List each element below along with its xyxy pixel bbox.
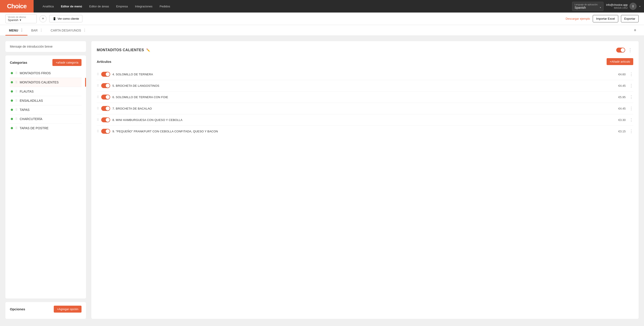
toggle-slider [101, 117, 110, 122]
section-title-row: MONTADITOS CALIENTES ✏️ [97, 48, 150, 52]
category-item[interactable]: ⠿ ENSALADILLAS [10, 96, 82, 105]
section-menu-dots-icon[interactable]: ⋮ [627, 46, 633, 54]
drag-handle-icon: ⠿ [15, 90, 18, 93]
nav-areas-editor[interactable]: Editor de áreas [86, 0, 113, 12]
article-price: €3.15 [618, 130, 626, 133]
toolbar: Versión de idioma: Spanish ▾ + 📱 Ver com… [0, 12, 644, 25]
article-item: ⠿ 7. BROCHETA DE BACALAO €4.45 ⋮ [97, 103, 633, 114]
article-price: €4.60 [618, 73, 626, 76]
options-title: Opciones [10, 307, 25, 311]
left-panel: Mensaje de introducción breve Categorias… [5, 41, 86, 319]
drag-handle-icon: ⠿ [97, 118, 99, 122]
options-card: Opciones +Agregar opción [5, 302, 86, 319]
category-name: TAPAS DE POSTRE [20, 126, 80, 130]
category-name: MONTADITOS CALIENTES [20, 80, 80, 84]
article-menu-dots-icon[interactable]: ⋮ [629, 72, 633, 77]
category-item[interactable]: ⠿ MONTADITOS FRIOS [10, 69, 82, 78]
article-name: 4. SOLOMILLO DE TERNERA [112, 73, 616, 76]
export-button[interactable]: Exportar [621, 15, 639, 22]
tab-carta-desayunos[interactable]: CARTA DESAYUNOS ⋮ [47, 25, 90, 35]
section-toggle[interactable] [616, 48, 625, 53]
tab-desayunos-dots-icon[interactable]: ⋮ [82, 28, 87, 32]
article-name: 8. MINI HAMBURGUESA CON QUESO Y CEBOLLA [112, 118, 616, 122]
nav-orders[interactable]: Pedidos [156, 0, 174, 12]
user-menu-chevron-icon[interactable]: ▾ [639, 5, 640, 7]
article-menu-dots-icon[interactable]: ⋮ [629, 83, 633, 88]
options-header: Opciones +Agregar opción [10, 306, 82, 313]
tab-menu-dots-icon[interactable]: ⋮ [20, 28, 24, 32]
intro-label: Mensaje de introducción breve [10, 45, 52, 48]
add-option-button[interactable]: +Agregar opción [54, 306, 82, 313]
category-item[interactable]: ⠿ FLAUTAS [10, 87, 82, 96]
article-price: €4.45 [618, 84, 626, 87]
article-item: ⠿ 5. BROCHETA DE LANGOSTINOS €4.45 ⋮ [97, 80, 633, 91]
preview-button[interactable]: 📱 Ver como cliente [49, 15, 82, 22]
article-toggle-4[interactable] [101, 117, 110, 122]
articles-header: Artículos +Añadir artículo [97, 58, 633, 65]
drag-handle-icon: ⠿ [15, 108, 18, 112]
top-navigation: Choice Analítica Editor de menú Editor d… [0, 0, 644, 12]
version-label: Versión de idioma: [8, 16, 34, 18]
tab-bar[interactable]: BAR ⋮ [28, 25, 47, 35]
section-toggle-area: ⋮ [616, 46, 633, 54]
article-menu-dots-icon[interactable]: ⋮ [629, 117, 633, 122]
article-item: ⠿ 9. "PEQUEÑO" FRANKFURT CON CEBOLLA CON… [97, 126, 633, 137]
category-item[interactable]: ⠿ TAPAS [10, 105, 82, 115]
add-language-button[interactable]: + [40, 15, 46, 22]
user-email: info@chooice.app [606, 3, 628, 6]
tab-menu[interactable]: MENU ⋮ [5, 25, 28, 35]
add-tab-button[interactable]: + [632, 25, 639, 35]
category-name: ENSALADILLAS [20, 99, 80, 102]
user-info: info@chooice.app MASIA 1952 I ▾ [606, 3, 640, 10]
categories-card: Categorias +añadir categoría ⠿ MONTADITO… [5, 55, 86, 299]
article-menu-dots-icon[interactable]: ⋮ [629, 106, 633, 111]
version-value: Spanish ▾ [8, 18, 34, 22]
brand-logo: Choice [0, 0, 34, 12]
drag-handle-icon: ⠿ [97, 84, 99, 87]
article-price: €3.30 [618, 118, 626, 122]
nav-company[interactable]: Empresa [113, 0, 132, 12]
article-menu-dots-icon[interactable]: ⋮ [629, 129, 633, 134]
drag-handle-icon: ⠿ [15, 80, 18, 84]
article-name: 9. "PEQUEÑO" FRANKFURT CON CEBOLLA CONFI… [112, 130, 616, 133]
nav-menu-editor[interactable]: Editor de menú [57, 0, 86, 12]
article-toggle-5[interactable] [101, 129, 110, 134]
nav-analytics[interactable]: Analítica [39, 0, 57, 12]
category-item[interactable]: ⠿ CHARCUTERÍA [10, 115, 82, 124]
app-language-label: Lenguaje de aplicación: [574, 3, 598, 6]
drag-handle-icon: ⠿ [97, 107, 99, 110]
nav-links: Analítica Editor de menú Editor de áreas… [34, 0, 572, 12]
category-status-dot [11, 118, 13, 120]
category-status-dot [11, 109, 13, 111]
article-toggle-0[interactable] [101, 72, 110, 77]
category-item[interactable]: ⠿ TAPAS DE POSTRE [10, 124, 82, 133]
drag-handle-icon: ⠿ [97, 130, 99, 133]
article-toggle-3[interactable] [101, 106, 110, 111]
article-item: ⠿ 8. MINI HAMBURGUESA CON QUESO Y CEBOLL… [97, 114, 633, 126]
article-name: 7. BROCHETA DE BACALAO [112, 107, 616, 110]
toggle-slider [101, 83, 110, 88]
main-content: Mensaje de introducción breve Categorias… [0, 36, 644, 324]
edit-section-title-icon[interactable]: ✏️ [146, 48, 150, 52]
article-menu-dots-icon[interactable]: ⋮ [629, 95, 633, 100]
article-price: €5.95 [618, 95, 626, 99]
topnav-right-section: Lenguaje de aplicación: Spanish ▾ info@c… [572, 2, 640, 11]
categories-list: ⠿ MONTADITOS FRIOS ⠿ MONTADITOS CALIENTE… [10, 69, 82, 133]
app-language-selector[interactable]: Lenguaje de aplicación: Spanish ▾ [572, 2, 604, 11]
article-toggle-2[interactable] [101, 95, 110, 100]
nav-integrations[interactable]: Integraciones [132, 0, 156, 12]
category-status-dot [11, 72, 13, 74]
language-version-selector[interactable]: Versión de idioma: Spanish ▾ [5, 14, 37, 23]
chevron-down-icon: ▾ [600, 6, 601, 9]
tab-bar-dots-icon[interactable]: ⋮ [39, 28, 44, 32]
article-toggle-1[interactable] [101, 83, 110, 88]
add-category-button[interactable]: +añadir categoría [52, 59, 82, 66]
category-item[interactable]: ⠿ MONTADITOS CALIENTES [10, 78, 82, 87]
category-name: TAPAS [20, 108, 80, 112]
avatar[interactable]: I [630, 3, 636, 10]
add-article-button[interactable]: +Añadir artículo [606, 58, 633, 65]
download-example-link[interactable]: Descargar ejemplo [566, 17, 590, 20]
import-excel-button[interactable]: Importar Excel [593, 15, 618, 22]
user-details: info@chooice.app MASIA 1952 [606, 3, 628, 9]
section-header: MONTADITOS CALIENTES ✏️ ⋮ [97, 46, 633, 54]
